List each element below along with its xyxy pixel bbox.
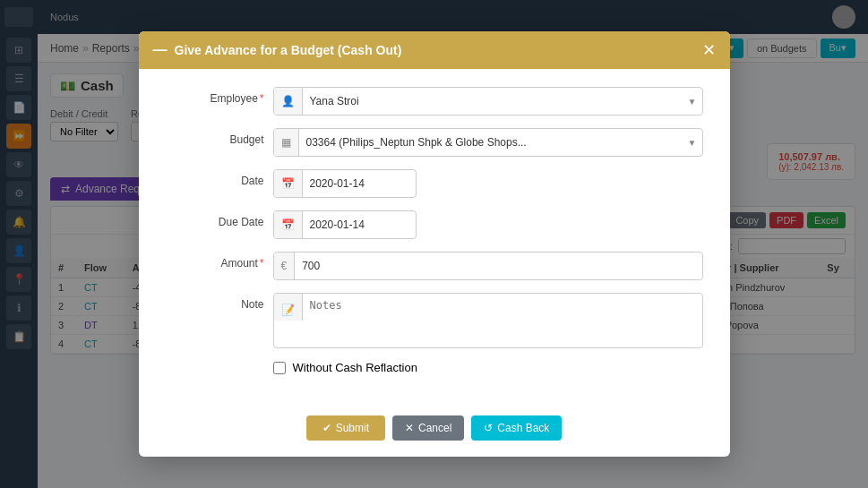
modal: — Give Advance for a Budget (Cash Out) ✕… bbox=[139, 31, 730, 457]
note-label: Note bbox=[166, 293, 264, 311]
due-date-input[interactable] bbox=[303, 215, 417, 235]
submit-button[interactable]: ✔ Submit bbox=[306, 415, 385, 441]
modal-overlay: — Give Advance for a Budget (Cash Out) ✕… bbox=[0, 0, 868, 488]
cancel-button[interactable]: ✕ Cancel bbox=[392, 415, 464, 441]
amount-input-group: € bbox=[273, 252, 703, 280]
date-label: Date bbox=[166, 169, 264, 187]
without-cash-row: Without Cash Reflaction bbox=[166, 361, 703, 374]
note-input-group: 📝 bbox=[273, 293, 703, 348]
without-cash-checkbox[interactable] bbox=[273, 362, 286, 374]
submit-icon: ✔ bbox=[322, 422, 331, 434]
cash-back-button[interactable]: ↺ Cash Back bbox=[471, 415, 562, 441]
date-calendar-icon: 📅 bbox=[274, 170, 303, 197]
modal-close-button[interactable]: ✕ bbox=[702, 42, 716, 58]
employee-row: Employee* 👤 ▼ bbox=[166, 87, 703, 116]
date-input[interactable] bbox=[303, 174, 417, 193]
due-date-row: Due Date 📅 bbox=[166, 210, 703, 239]
budget-control: ▦ ▼ bbox=[273, 128, 703, 157]
note-textarea[interactable] bbox=[303, 294, 702, 347]
amount-row: Amount* € bbox=[166, 252, 703, 280]
budget-row: Budget ▦ ▼ bbox=[166, 128, 703, 157]
modal-header-left: — Give Advance for a Budget (Cash Out) bbox=[153, 42, 402, 58]
cashback-icon: ↺ bbox=[484, 422, 493, 434]
employee-input[interactable] bbox=[303, 91, 683, 111]
note-control: 📝 bbox=[273, 293, 703, 348]
amount-input[interactable] bbox=[295, 256, 701, 276]
date-row: Date 📅 bbox=[166, 169, 703, 198]
note-doc-icon: 📝 bbox=[274, 294, 303, 321]
due-date-calendar-icon: 📅 bbox=[274, 211, 303, 238]
employee-dropdown-icon[interactable]: ▼ bbox=[683, 97, 702, 107]
employee-person-icon: 👤 bbox=[274, 88, 303, 115]
note-row: Note 📝 bbox=[166, 293, 703, 348]
without-cash-label-spacer bbox=[166, 361, 264, 366]
date-input-group: 📅 bbox=[273, 169, 417, 198]
due-date-control: 📅 bbox=[273, 210, 703, 239]
budget-input[interactable] bbox=[299, 133, 683, 152]
modal-footer: ✔ Submit ✕ Cancel ↺ Cash Back bbox=[139, 405, 730, 457]
employee-control: 👤 ▼ bbox=[273, 87, 703, 116]
date-control: 📅 bbox=[273, 169, 703, 198]
without-cash-checkbox-row: Without Cash Reflaction bbox=[273, 361, 417, 374]
budget-input-group: ▦ ▼ bbox=[273, 128, 703, 157]
modal-header: — Give Advance for a Budget (Cash Out) ✕ bbox=[139, 31, 730, 69]
cancel-icon: ✕ bbox=[405, 422, 414, 434]
modal-body: Employee* 👤 ▼ Budget ▦ ▼ bbox=[139, 69, 730, 405]
employee-input-group: 👤 ▼ bbox=[273, 87, 703, 116]
modal-title: Give Advance for a Budget (Cash Out) bbox=[175, 43, 402, 57]
budget-grid-icon: ▦ bbox=[274, 129, 299, 156]
budget-label: Budget bbox=[166, 128, 264, 146]
modal-dash-icon: — bbox=[153, 42, 168, 58]
employee-label: Employee* bbox=[166, 87, 264, 105]
due-date-input-group: 📅 bbox=[273, 210, 417, 239]
budget-dropdown-icon[interactable]: ▼ bbox=[683, 138, 702, 148]
amount-control: € bbox=[273, 252, 703, 280]
amount-currency-icon: € bbox=[274, 253, 296, 279]
due-date-label: Due Date bbox=[166, 210, 264, 228]
without-cash-label: Without Cash Reflaction bbox=[293, 361, 417, 374]
amount-label: Amount* bbox=[166, 252, 264, 270]
